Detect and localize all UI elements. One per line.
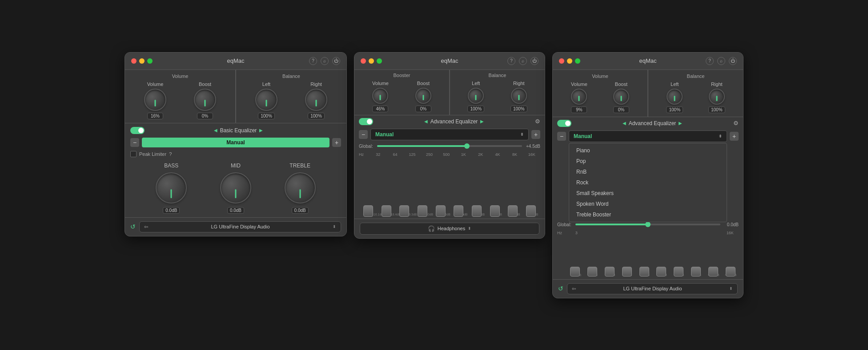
adv-preset-select-3[interactable]: Manual ⬍ [569,130,727,142]
fader-thumb-9[interactable] [508,205,518,217]
faders-row-3 [567,236,739,272]
power-icon[interactable]: ⏻ [332,57,340,65]
bal-right-knob-3[interactable] [709,89,725,105]
dropdown-item-treble-booster[interactable]: Treble Booster [569,209,727,220]
treble-knob-group: TREBLE 0.0dB [285,163,316,214]
mid-value: 0.0dB [227,207,244,214]
bass-knob[interactable] [156,172,187,203]
fader-thumb-3[interactable] [399,205,409,217]
dropdown-item-rock[interactable]: Rock [569,177,727,188]
maximize-button-1[interactable] [147,58,153,64]
adv-eq-toggle-2[interactable] [359,118,373,125]
adv-eq-arrow-right-2[interactable]: ▶ [480,119,484,124]
booster-boost-value: 0% [415,106,431,112]
adv-eq-toggle-3[interactable] [557,120,571,127]
adv-eq-title-2: ◀ Advanced Equalizer ▶ [424,118,484,125]
dropdown-item-rnb[interactable]: RnB [569,167,727,177]
help-icon[interactable]: ? [309,57,317,65]
minimize-button-2[interactable] [369,58,374,64]
balance-knob-row-3: Left 100% Right 100% [654,81,738,113]
boost-knob[interactable] [194,89,216,111]
device-select-1[interactable]: ⇦ LG UltraFine Display Audio ⬍ [139,221,341,232]
boost-knob-3[interactable] [613,89,629,105]
reset-icon-1[interactable]: ↺ [130,223,136,230]
booster-vol-knob[interactable] [372,88,388,104]
gear-icon-2[interactable]: ⚙ [535,118,540,125]
search-icon-2[interactable]: ⌕ [519,57,527,65]
close-button-3[interactable] [559,58,564,64]
balance-section-3: Balance Left 100% Right 100% [648,70,743,117]
adv-eq-arrow-right-3[interactable]: ▶ [679,121,682,126]
help-icon-3[interactable]: ? [706,57,714,65]
device-select-2[interactable]: 🎧 Headphones ⬍ [360,223,539,235]
fader-thumb-5[interactable] [436,205,446,217]
volume-balance-row-1: Volume Volume 16% Boost 0% Balance [125,70,346,123]
global-slider-thumb-3[interactable] [645,222,651,227]
fader-thumb-7[interactable] [472,205,482,217]
adv-eq-label-3: Advanced Equalizer [629,120,676,126]
treble-knob[interactable] [285,172,316,203]
booster-knob-row: Volume 46% Boost 0% [359,81,445,112]
fader-thumb-4[interactable] [418,205,427,217]
adv-eq-label-2: Advanced Equalizer [430,118,478,125]
global-label-3: Global: [557,222,573,227]
global-slider-track-3[interactable] [575,224,720,225]
close-button-1[interactable] [131,58,137,64]
right-knob[interactable] [305,89,327,111]
preset-select-1[interactable]: Manual [142,138,330,147]
close-button-2[interactable] [361,58,366,64]
help-icon-2[interactable]: ? [507,57,515,65]
power-icon-2[interactable]: ⏻ [530,57,538,65]
gear-icon-3[interactable]: ⚙ [733,120,739,126]
power-icon-3[interactable]: ⏻ [729,57,737,65]
fader-thumb-6[interactable] [454,205,463,217]
bal-right-knob-2[interactable] [511,88,527,104]
peak-limiter-help[interactable]: ? [169,151,172,157]
fader-thumb-10[interactable] [526,205,536,217]
adv-preset-minus-3[interactable]: − [557,132,566,141]
dropdown-item-small-speakers[interactable]: Small Speakers [569,188,727,199]
eq-toggle-switch-1[interactable] [130,127,145,134]
adv-eq-arrow-left-3[interactable]: ◀ [623,121,626,126]
boost-knob-label: Boost [199,81,211,87]
minimize-button-1[interactable] [139,58,145,64]
adv-preset-plus-2[interactable]: + [531,130,540,139]
search-icon-3[interactable]: ⌕ [717,57,725,65]
eq-toggle-1 [130,127,145,134]
search-icon[interactable]: ⌕ [321,57,329,65]
booster-boost-knob[interactable] [415,88,431,104]
vol-value-3: 9% [571,106,587,113]
eq-arrow-left-1[interactable]: ◀ [214,128,217,133]
left-knob[interactable] [255,89,277,111]
maximize-button-3[interactable] [575,58,580,64]
adv-preset-minus-2[interactable]: − [359,130,368,139]
preset-plus-btn-1[interactable]: + [332,138,341,147]
fader-thumb-1[interactable] [363,205,373,217]
global-slider-thumb-2[interactable] [464,143,470,149]
bal-left-knob-3[interactable] [667,89,683,105]
dropdown-item-piano[interactable]: Piano [569,145,727,156]
adv-eq-arrow-left-2[interactable]: ◀ [424,119,428,124]
preset-minus-btn-1[interactable]: − [130,138,139,147]
global-slider-track-2[interactable] [377,145,522,147]
vol-knob-3[interactable] [571,89,587,105]
adv-preset-plus-3[interactable]: + [730,132,739,141]
left-knob-group: Left 100% [255,81,277,119]
fader-thumb-8[interactable] [490,205,500,217]
maximize-button-2[interactable] [377,58,382,64]
dropdown-item-pop[interactable]: Pop [569,156,727,167]
dropdown-item-spoken-word[interactable]: Spoken Word [569,199,727,209]
mid-knob[interactable] [220,172,251,203]
balance-label-2: Balance [454,73,540,78]
bal-left-knob-2[interactable] [468,88,484,104]
volume-section-1: Volume Volume 16% Boost 0% [125,70,236,123]
peak-limiter-checkbox[interactable] [130,151,137,157]
device-select-3[interactable]: ⇦ LG UltraFine Display Audio ⬍ [567,283,738,294]
minimize-button-3[interactable] [567,58,572,64]
traffic-lights-3 [559,58,580,64]
fader-thumb-2[interactable] [382,205,391,217]
eq-arrow-right-1[interactable]: ▶ [259,128,263,133]
reset-icon-3[interactable]: ↺ [558,285,563,292]
adv-preset-select-2[interactable]: Manual ⬍ [370,129,529,140]
volume-knob[interactable] [144,89,166,111]
